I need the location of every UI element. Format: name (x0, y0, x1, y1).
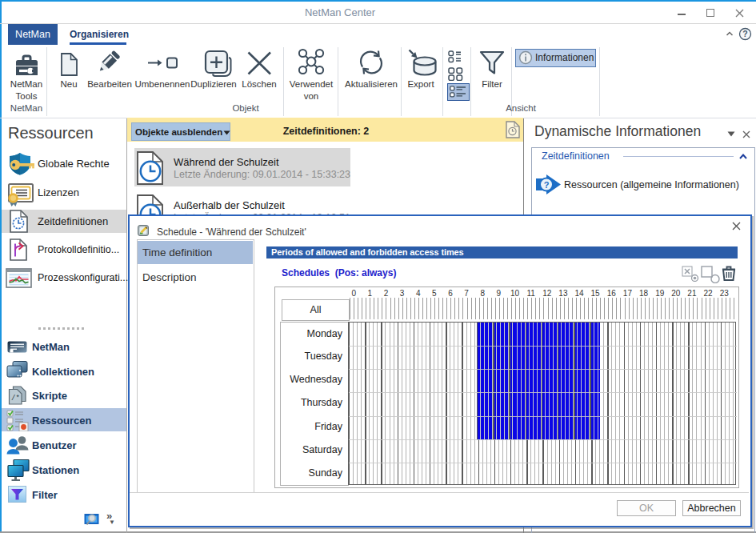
svg-text:?: ? (544, 180, 550, 190)
svg-text:?: ? (742, 29, 747, 38)
svg-text:/*: /* (11, 395, 20, 403)
